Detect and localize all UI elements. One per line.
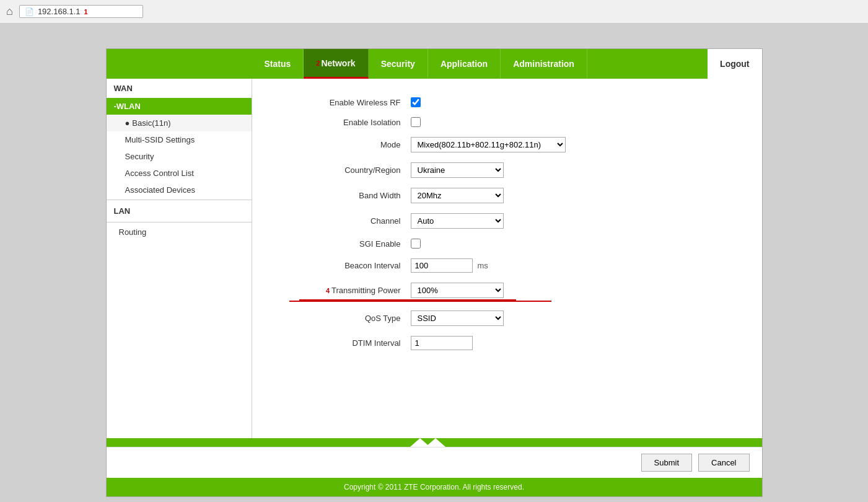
address-text: 192.168.1.1 bbox=[38, 7, 81, 16]
control-qos: SSID WMM bbox=[411, 310, 504, 326]
main-layout: WAN -WLAN ●Basic(11n) Multi-SSID Setting… bbox=[107, 79, 762, 438]
footer: Copyright © 2011 ZTE Corporation. All ri… bbox=[107, 478, 762, 496]
sidebar-associated-label: Associated Devices bbox=[125, 185, 195, 195]
form-row-beacon: Beacon Interval ms bbox=[277, 258, 737, 273]
select-bandwidth[interactable]: 20Mhz 40Mhz bbox=[411, 188, 504, 203]
control-channel: Auto 1234 567 bbox=[411, 213, 504, 229]
label-country: Country/Region bbox=[277, 165, 401, 175]
tab-status-label: Status bbox=[265, 59, 291, 69]
transmit-underline-decoration bbox=[289, 301, 551, 302]
select-transmit[interactable]: 100% 75% 50% 25% bbox=[411, 283, 504, 298]
sidebar-multissid-label: Multi-SSID Settings bbox=[125, 135, 195, 144]
control-mode: Mixed(802.11b+802.11g+802.11n) 802.11b o… bbox=[411, 137, 566, 152]
form-row-mode: Mode Mixed(802.11b+802.11g+802.11n) 802.… bbox=[277, 137, 737, 152]
label-beacon: Beacon Interval bbox=[277, 261, 401, 270]
checkbox-enable-isolation[interactable] bbox=[411, 117, 421, 127]
tab-security-label: Security bbox=[381, 59, 415, 69]
checkbox-sgi[interactable] bbox=[411, 239, 421, 249]
nav-tabs: Status 2 Network Security Application Ad… bbox=[252, 49, 762, 79]
form-row-sgi: SGI Enable bbox=[277, 239, 737, 249]
sidebar: WAN -WLAN ●Basic(11n) Multi-SSID Setting… bbox=[107, 79, 252, 438]
label-sgi: SGI Enable bbox=[277, 239, 401, 249]
sidebar-routing-item[interactable]: Routing bbox=[107, 224, 252, 240]
browser-bar: ⌂ 📄 192.168.1.1 1 bbox=[0, 0, 868, 24]
home-icon[interactable]: ⌂ bbox=[6, 5, 13, 18]
label-bandwidth: Band Width bbox=[277, 191, 401, 200]
sidebar-multissid-item[interactable]: Multi-SSID Settings bbox=[107, 131, 252, 148]
tab-network-number: 2 bbox=[316, 59, 320, 67]
select-channel[interactable]: Auto 1234 567 bbox=[411, 213, 504, 229]
label-enable-isolation: Enable Isolation bbox=[277, 118, 401, 127]
page-wrapper: Status 2 Network Security Application Ad… bbox=[0, 24, 868, 502]
router-ui: Status 2 Network Security Application Ad… bbox=[106, 48, 763, 497]
tab-security[interactable]: Security bbox=[369, 49, 428, 79]
tab-administration-label: Administration bbox=[513, 59, 574, 69]
sidebar-security-item[interactable]: Security bbox=[107, 148, 252, 165]
control-transmit: 100% 75% 50% 25% bbox=[411, 283, 504, 298]
beacon-unit: ms bbox=[478, 261, 488, 270]
form-row-qos: QoS Type SSID WMM bbox=[277, 310, 737, 326]
form-row-transmit: 4Transmitting Power 100% 75% 50% 25% bbox=[277, 283, 737, 298]
sidebar-associated-item[interactable]: Associated Devices bbox=[107, 182, 252, 198]
form-row-bandwidth: Band Width 20Mhz 40Mhz bbox=[277, 188, 737, 203]
sidebar-lan-section: LAN bbox=[107, 201, 252, 221]
address-badge: 1 bbox=[84, 8, 88, 15]
transmit-annotation: 4 bbox=[326, 287, 330, 294]
control-dtim bbox=[411, 336, 473, 350]
form-row-country: Country/Region Ukraine United States Uni… bbox=[277, 162, 737, 178]
form-row-channel: Channel Auto 1234 567 bbox=[277, 213, 737, 229]
top-nav: Status 2 Network Security Application Ad… bbox=[107, 49, 762, 79]
tab-status[interactable]: Status bbox=[252, 49, 304, 79]
control-enable-isolation bbox=[411, 117, 421, 127]
bullet-icon: ● bbox=[125, 118, 130, 128]
sidebar-acl-item[interactable]: Access Control List bbox=[107, 165, 252, 182]
page-icon: 📄 bbox=[25, 7, 34, 16]
tab-application-label: Application bbox=[441, 59, 488, 69]
cancel-button[interactable]: Cancel bbox=[698, 454, 749, 472]
select-mode[interactable]: Mixed(802.11b+802.11g+802.11n) 802.11b o… bbox=[411, 137, 566, 152]
control-country: Ukraine United States United Kingdom Ger… bbox=[411, 162, 504, 178]
label-mode: Mode bbox=[277, 140, 401, 149]
input-dtim[interactable] bbox=[411, 336, 473, 350]
label-enable-wireless: Enable Wireless RF bbox=[277, 98, 401, 107]
decor-arrow2 bbox=[426, 438, 445, 447]
select-country[interactable]: Ukraine United States United Kingdom Ger… bbox=[411, 162, 504, 178]
tab-network-label: Network bbox=[321, 58, 355, 68]
control-beacon: ms bbox=[411, 258, 488, 273]
action-bar: Submit Cancel bbox=[107, 447, 762, 478]
address-bar: 📄 192.168.1.1 1 bbox=[19, 5, 143, 18]
sidebar-basic-label: Basic(11n) bbox=[132, 118, 170, 128]
sidebar-divider bbox=[107, 200, 252, 200]
bottom-decor-bar bbox=[107, 438, 762, 447]
input-beacon[interactable] bbox=[411, 258, 473, 273]
sidebar-security-label: Security bbox=[125, 152, 154, 161]
tab-application[interactable]: Application bbox=[428, 49, 501, 79]
label-transmit: 4Transmitting Power bbox=[277, 286, 401, 295]
tab-network[interactable]: 2 Network bbox=[304, 49, 368, 79]
control-sgi bbox=[411, 239, 421, 249]
select-qos[interactable]: SSID WMM bbox=[411, 310, 504, 326]
form-row-dtim: DTIM Interval bbox=[277, 336, 737, 350]
sidebar-acl-label: Access Control List bbox=[125, 169, 194, 178]
control-enable-wireless bbox=[411, 97, 421, 107]
footer-text: Copyright © 2011 ZTE Corporation. All ri… bbox=[344, 483, 524, 491]
nav-spacer bbox=[107, 49, 252, 79]
sidebar-wan-section: WAN bbox=[107, 79, 252, 98]
content-area: Enable Wireless RF Enable Isolation Mode bbox=[252, 79, 762, 438]
form-row-enable-isolation: Enable Isolation bbox=[277, 117, 737, 127]
label-channel: Channel bbox=[277, 216, 401, 226]
checkbox-enable-wireless[interactable] bbox=[411, 97, 421, 107]
sidebar-basic-item[interactable]: ●Basic(11n) bbox=[107, 115, 252, 131]
label-qos: QoS Type bbox=[277, 314, 401, 323]
label-dtim: DTIM Interval bbox=[277, 338, 401, 348]
control-bandwidth: 20Mhz 40Mhz bbox=[411, 188, 504, 203]
submit-button[interactable]: Submit bbox=[641, 454, 692, 472]
form-row-enable-wireless: Enable Wireless RF bbox=[277, 97, 737, 107]
logout-button[interactable]: Logout bbox=[708, 49, 761, 79]
sidebar-wlan-item[interactable]: -WLAN bbox=[107, 98, 252, 115]
sidebar-divider2 bbox=[107, 222, 252, 222]
tab-administration[interactable]: Administration bbox=[501, 49, 587, 79]
